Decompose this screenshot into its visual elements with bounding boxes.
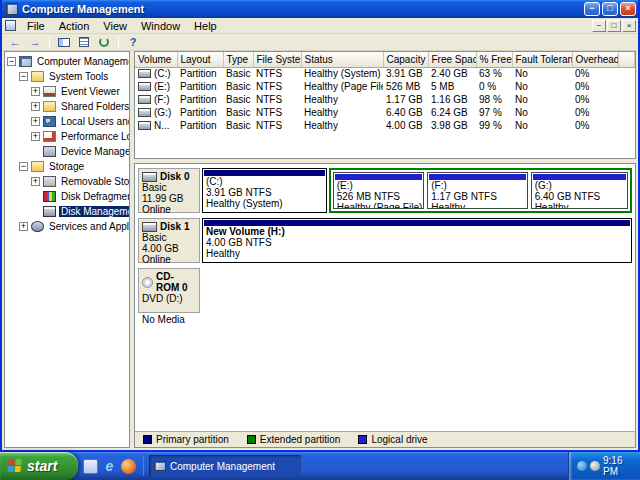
- table-row[interactable]: (G:) Partition Basic NTFS Healthy 6.40 G…: [135, 106, 635, 119]
- child-minimize-button[interactable]: −: [592, 20, 606, 32]
- table-row[interactable]: (E:) Partition Basic NTFS Healthy (Page …: [135, 80, 635, 93]
- start-label: start: [27, 458, 57, 474]
- show-desktop-icon[interactable]: [83, 459, 98, 474]
- partition-g[interactable]: (G:) 6.40 GB NTFS Healthy: [531, 172, 628, 209]
- col-layout[interactable]: Layout: [177, 52, 223, 67]
- tree-item-label: Event Viewer: [59, 86, 122, 97]
- menu-file[interactable]: File: [20, 19, 52, 33]
- internet-explorer-icon[interactable]: e: [102, 459, 117, 474]
- taskbar-clock[interactable]: 9:16 PM: [603, 455, 634, 477]
- cell-volume: (G:): [154, 107, 171, 118]
- tree-item-device-manager[interactable]: Device Manager: [5, 144, 129, 159]
- partition-c[interactable]: (C:) 3.91 GB NTFS Healthy (System): [202, 168, 327, 213]
- table-row[interactable]: (C:) Partition Basic NTFS Healthy (Syste…: [135, 67, 635, 80]
- volume-tray-icon[interactable]: [590, 461, 600, 471]
- network-tray-icon[interactable]: [577, 461, 587, 471]
- tree-item-computer-management[interactable]: − Computer Management (Local): [5, 54, 129, 69]
- tree-item-label: Disk Management: [59, 206, 129, 217]
- col-fault-tolerance[interactable]: Fault Tolerance: [512, 52, 572, 67]
- cell-capacity: 526 MB: [383, 80, 428, 93]
- properties-button[interactable]: [75, 35, 93, 50]
- partition-e[interactable]: (E:) 526 MB NTFS Healthy (Page File): [333, 172, 425, 209]
- back-icon: ←: [10, 36, 21, 49]
- table-row[interactable]: N... Partition Basic NTFS Healthy 4.00 G…: [135, 119, 635, 132]
- col-type[interactable]: Type: [223, 52, 253, 67]
- back-button[interactable]: ←: [6, 35, 24, 50]
- tree-item-shared-folders[interactable]: + Shared Folders: [5, 99, 129, 114]
- minimize-button[interactable]: −: [584, 2, 600, 16]
- cdrom-header[interactable]: CD-ROM 0 DVD (D:) No Media: [138, 268, 200, 313]
- forward-button[interactable]: →: [26, 35, 44, 50]
- partition-status: Healthy (System): [206, 198, 326, 209]
- close-button[interactable]: ×: [620, 2, 636, 16]
- users-icon: [43, 116, 56, 127]
- partition-info: 1.17 GB NTFS: [431, 191, 526, 202]
- start-button[interactable]: start: [0, 452, 78, 480]
- menu-bar: File Action View Window Help − □ ×: [2, 18, 638, 34]
- cdrom-status: No Media: [142, 314, 197, 325]
- extended-partition: (E:) 526 MB NTFS Healthy (Page File) (F:…: [329, 168, 632, 213]
- menu-view[interactable]: View: [96, 19, 134, 33]
- volume-list: Volume Layout Type File System Status Ca…: [134, 51, 636, 159]
- taskbar-button-computer-management[interactable]: Computer Management: [149, 455, 301, 477]
- taskbar-separator: [143, 456, 144, 476]
- expander-icon[interactable]: +: [31, 87, 40, 96]
- disk-0-header[interactable]: Disk 0 Basic 11.99 GB Online: [138, 168, 200, 213]
- media-player-icon[interactable]: [121, 459, 136, 474]
- col-pct-free[interactable]: % Free: [476, 52, 512, 67]
- quick-launch: e: [78, 459, 141, 474]
- expander-icon[interactable]: −: [19, 72, 28, 81]
- table-row[interactable]: (F:) Partition Basic NTFS Healthy 1.17 G…: [135, 93, 635, 106]
- tree-item-system-tools[interactable]: − System Tools: [5, 69, 129, 84]
- show-console-tree-button[interactable]: [55, 35, 73, 50]
- help-button[interactable]: ?: [124, 35, 142, 50]
- cell-free: 6.24 GB: [428, 106, 476, 119]
- event-viewer-icon: [43, 86, 56, 97]
- partition-f[interactable]: (F:) 1.17 GB NTFS Healthy: [427, 172, 527, 209]
- cell-pct: 63 %: [476, 67, 512, 80]
- partition-label: (E:): [337, 180, 424, 191]
- expander-icon[interactable]: −: [7, 57, 16, 66]
- menu-help[interactable]: Help: [187, 19, 224, 33]
- col-file-system[interactable]: File System: [253, 52, 301, 67]
- tree-item-disk-management[interactable]: Disk Management: [5, 204, 129, 219]
- col-status[interactable]: Status: [301, 52, 383, 67]
- tree-item-services-applications[interactable]: + Services and Applications: [5, 219, 129, 234]
- col-overhead[interactable]: Overhead: [572, 52, 618, 67]
- disk-1-header[interactable]: Disk 1 Basic 4.00 GB Online: [138, 218, 200, 263]
- volume-icon: [138, 82, 151, 91]
- cell-volume: (C:): [154, 68, 171, 79]
- cell-free: 2.40 GB: [428, 67, 476, 80]
- disk-icon: [142, 222, 157, 232]
- partition-info: 6.40 GB NTFS: [535, 191, 627, 202]
- services-icon: [31, 221, 44, 232]
- expander-icon[interactable]: +: [31, 177, 40, 186]
- tree-item-performance-logs[interactable]: + Performance Logs and Alerts: [5, 129, 129, 144]
- partition-h[interactable]: New Volume (H:) 4.00 GB NTFS Healthy: [202, 218, 632, 263]
- disk-name: Disk 1: [160, 221, 189, 232]
- partition-info: 4.00 GB NTFS: [206, 237, 631, 248]
- child-restore-button[interactable]: □: [607, 20, 621, 32]
- child-close-button[interactable]: ×: [622, 20, 636, 32]
- tree-item-event-viewer[interactable]: + Event Viewer: [5, 84, 129, 99]
- menu-window[interactable]: Window: [134, 19, 187, 33]
- tree-item-disk-defragmenter[interactable]: Disk Defragmenter: [5, 189, 129, 204]
- tree-item-removable-storage[interactable]: + Removable Storage: [5, 174, 129, 189]
- partition-info: 3.91 GB NTFS: [206, 187, 326, 198]
- cell-status: Healthy: [301, 106, 383, 119]
- expander-icon[interactable]: +: [19, 222, 28, 231]
- menu-action[interactable]: Action: [52, 19, 97, 33]
- refresh-button[interactable]: [95, 35, 113, 50]
- expander-icon[interactable]: +: [31, 102, 40, 111]
- tree-item-storage[interactable]: − Storage: [5, 159, 129, 174]
- cell-status: Healthy: [301, 93, 383, 106]
- col-free-space[interactable]: Free Space: [428, 52, 476, 67]
- col-capacity[interactable]: Capacity: [383, 52, 428, 67]
- expander-icon[interactable]: −: [19, 162, 28, 171]
- maximize-button[interactable]: □: [602, 2, 618, 16]
- tree-item-local-users-groups[interactable]: + Local Users and Groups: [5, 114, 129, 129]
- col-volume[interactable]: Volume: [135, 52, 177, 67]
- computer-management-app-icon: [6, 3, 18, 15]
- expander-icon[interactable]: +: [31, 132, 40, 141]
- expander-icon[interactable]: +: [31, 117, 40, 126]
